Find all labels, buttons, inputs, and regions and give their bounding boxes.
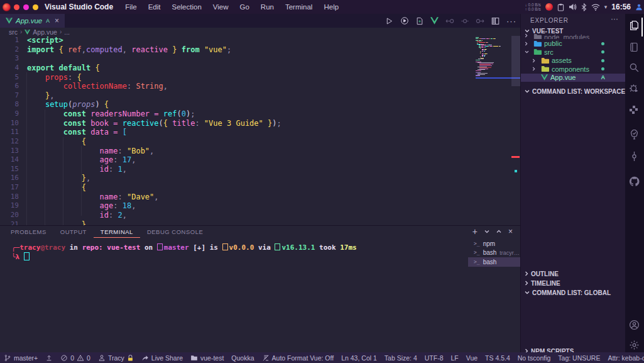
clipboard-icon[interactable] bbox=[557, 3, 564, 11]
terminal-output[interactable]: ╭─tracy@tracy in repo: vue-test on maste… bbox=[11, 243, 357, 261]
menu-edit[interactable]: Edit bbox=[143, 0, 166, 14]
tab-close-icon[interactable]: × bbox=[55, 16, 59, 25]
minimize-window-button[interactable] bbox=[23, 4, 29, 10]
commit-graph-icon[interactable] bbox=[625, 147, 643, 165]
tree-item-app-vue[interactable]: App.vueA bbox=[521, 74, 626, 82]
extensions-icon[interactable] bbox=[625, 101, 643, 120]
code-line[interactable]: 1<script> bbox=[0, 36, 520, 45]
account-icon[interactable] bbox=[625, 315, 643, 334]
panel-tab-debug-console[interactable]: DEBUG CONSOLE bbox=[140, 226, 210, 238]
status-no-tsconfig[interactable]: No tsconfig bbox=[514, 352, 555, 363]
status-ts-4-5-4[interactable]: TS 4.5.4 bbox=[481, 352, 514, 363]
code-line[interactable]: 15 id: 1, bbox=[0, 165, 520, 174]
code-line[interactable]: 3 bbox=[0, 54, 520, 64]
panel-tab-output[interactable]: OUTPUT bbox=[53, 226, 94, 238]
terminal-tab-bash[interactable]: >_bashtracyr… bbox=[468, 249, 520, 258]
code-line[interactable]: 9 const readersNumber = ref(0); bbox=[0, 109, 520, 119]
run-debug-icon[interactable] bbox=[625, 79, 643, 98]
close-window-button[interactable] bbox=[14, 4, 19, 10]
menu-selection[interactable]: Selection bbox=[166, 0, 207, 14]
code-line[interactable]: 21 } bbox=[0, 220, 520, 226]
nav-forward-icon[interactable] bbox=[476, 18, 484, 25]
minimap[interactable] bbox=[476, 36, 513, 225]
bluetooth-icon[interactable] bbox=[581, 3, 587, 11]
tree-item-src[interactable]: src bbox=[521, 48, 626, 57]
code-line[interactable]: 6 collectionName: String, bbox=[0, 82, 520, 91]
panel-tab-terminal[interactable]: TERMINAL bbox=[94, 226, 140, 238]
maximize-panel-icon[interactable] bbox=[496, 230, 501, 233]
breadcrumb-symbol[interactable]: ... bbox=[64, 28, 70, 36]
code-line[interactable]: 2import { ref,computed, reactive } from … bbox=[0, 45, 520, 55]
new-terminal-button[interactable]: + bbox=[472, 227, 478, 236]
code-line[interactable]: 16 }, bbox=[0, 174, 520, 183]
status-tag-unsure[interactable]: Tag: UNSURE bbox=[554, 352, 604, 363]
breadcrumb-src[interactable]: src bbox=[9, 28, 18, 36]
maximize-window-button[interactable] bbox=[33, 4, 38, 10]
code-editor[interactable]: 1<script>2import { ref,computed, reactiv… bbox=[0, 36, 520, 225]
code-line[interactable]: 20 id: 2, bbox=[0, 211, 520, 220]
status-master-[interactable]: master+ bbox=[0, 352, 41, 363]
explorer-icon[interactable] bbox=[625, 16, 643, 35]
split-editor-icon[interactable] bbox=[491, 17, 499, 25]
code-line[interactable]: 11 const data = [ bbox=[0, 128, 520, 137]
terminal-tab-npm[interactable]: >_npm bbox=[468, 239, 520, 249]
status-utf-8[interactable]: UTF-8 bbox=[421, 352, 447, 363]
status-tracy[interactable]: Tracy bbox=[94, 352, 138, 363]
nav-back-icon[interactable] bbox=[445, 18, 454, 25]
settings-gear-icon[interactable] bbox=[625, 335, 643, 354]
github-icon[interactable] bbox=[625, 172, 643, 191]
code-line[interactable]: 5 props: { bbox=[0, 73, 520, 82]
nav-current-icon[interactable] bbox=[461, 18, 469, 25]
open-changes-icon[interactable] bbox=[416, 17, 423, 25]
code-line[interactable]: 13 name: "Bob", bbox=[0, 147, 520, 156]
breadcrumb[interactable]: src › App.vue › ... bbox=[0, 28, 520, 36]
editor-scrollbar[interactable] bbox=[511, 36, 520, 86]
status-publish[interactable] bbox=[41, 352, 57, 363]
code-line[interactable]: 4export default { bbox=[0, 64, 520, 73]
tree-item-components[interactable]: components bbox=[521, 65, 626, 74]
volume-icon[interactable] bbox=[569, 3, 577, 11]
code-line[interactable]: 8 setup(props) { bbox=[0, 100, 520, 109]
tree-item-node_modules[interactable]: node_modules bbox=[521, 33, 626, 39]
sidebar-more-actions-icon[interactable]: ··· bbox=[611, 14, 618, 23]
menu-run[interactable]: Run bbox=[255, 0, 280, 14]
debug-run-icon[interactable] bbox=[400, 16, 409, 25]
code-line[interactable]: 7 }, bbox=[0, 91, 520, 101]
run-icon[interactable] bbox=[385, 17, 393, 25]
chevron-down-icon[interactable]: ▾ bbox=[604, 4, 608, 10]
menu-go[interactable]: Go bbox=[234, 0, 255, 14]
close-panel-icon[interactable]: × bbox=[508, 227, 513, 236]
terminal-tab-bash[interactable]: >_bash bbox=[468, 257, 520, 267]
status-0[interactable]: 00 bbox=[57, 352, 94, 363]
more-actions-icon[interactable]: ··· bbox=[506, 16, 516, 26]
breadcrumb-file[interactable]: App.vue bbox=[33, 28, 57, 36]
clock[interactable]: 16:56 bbox=[611, 3, 631, 11]
status-live-share[interactable]: Live Share bbox=[138, 352, 187, 363]
tree-item-assets[interactable]: assets bbox=[521, 57, 626, 65]
panel-tab-problems[interactable]: PROBLEMS bbox=[4, 226, 53, 238]
menu-terminal[interactable]: Terminal bbox=[280, 0, 318, 14]
code-line[interactable]: 17 { bbox=[0, 183, 520, 193]
status-vue[interactable]: Vue bbox=[462, 352, 481, 363]
code-line[interactable]: 18 name: "Dave", bbox=[0, 193, 520, 202]
section-command-list-workspace[interactable]: COMMAND LIST: WORKSPACE bbox=[521, 87, 626, 96]
wifi-icon[interactable] bbox=[591, 4, 600, 11]
vue-preview-icon[interactable] bbox=[430, 17, 439, 25]
status-tab-size-4[interactable]: Tab Size: 4 bbox=[381, 352, 421, 363]
terminal-dropdown-icon[interactable] bbox=[484, 230, 489, 233]
user-tray-icon[interactable] bbox=[635, 3, 643, 11]
tab-app-vue[interactable]: App.vue A × bbox=[0, 14, 65, 28]
status-lf[interactable]: LF bbox=[447, 352, 462, 363]
code-line[interactable]: 10 const book = reactive({ title: "Vue 3… bbox=[0, 119, 520, 128]
section-command-list-global[interactable]: COMMAND LIST: GLOBAL bbox=[521, 288, 626, 297]
code-line[interactable]: 12 { bbox=[0, 137, 520, 147]
menu-file[interactable]: File bbox=[119, 0, 143, 14]
search-icon[interactable] bbox=[625, 58, 643, 77]
code-line[interactable]: 14 age: 17, bbox=[0, 155, 520, 165]
menu-view[interactable]: View bbox=[207, 0, 234, 14]
tree-item-public[interactable]: public bbox=[521, 40, 626, 48]
status-vue-test[interactable]: vue-test bbox=[187, 352, 227, 363]
status-auto-format-vue-off[interactable]: Auto Format Vue: Off bbox=[258, 352, 338, 363]
notebook-icon[interactable] bbox=[625, 38, 643, 57]
menu-help[interactable]: Help bbox=[318, 0, 344, 14]
